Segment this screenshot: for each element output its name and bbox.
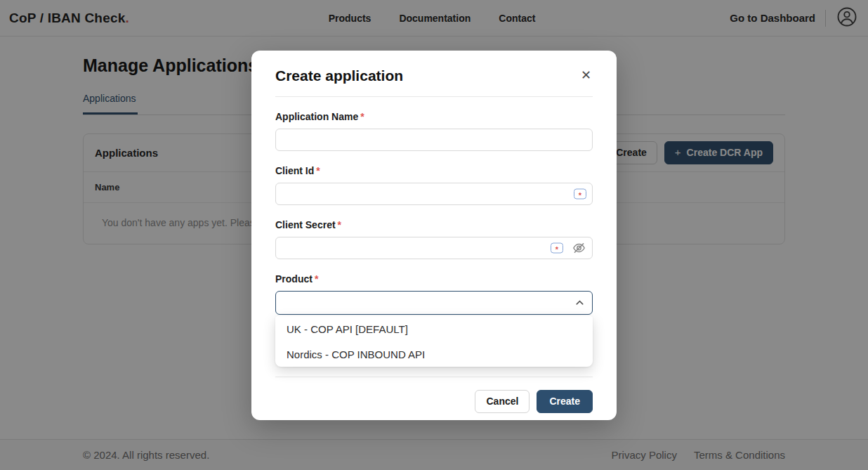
client-secret-label: Client Secret*: [275, 219, 341, 230]
product-label: Product*: [275, 273, 318, 285]
product-options-listbox: UK - COP API [DEFAULT] Nordics - COP INB…: [275, 316, 593, 367]
modal-footer-divider: [275, 377, 593, 377]
modal-title-divider: [275, 96, 593, 97]
product-select[interactable]: [275, 291, 593, 315]
client-secret-field-group: Client Secret* *: [275, 218, 593, 259]
label-text: Application Name: [275, 111, 358, 122]
client-id-field-group: Client Id* *: [275, 164, 593, 205]
required-asterisk: *: [338, 219, 341, 230]
required-asterisk: *: [316, 165, 320, 176]
close-icon[interactable]: ✕: [579, 67, 593, 83]
chevron-up-icon[interactable]: [574, 298, 585, 308]
product-option-nordics-cop-inbound-api[interactable]: Nordics - COP INBOUND API: [275, 341, 593, 367]
label-text: Client Secret: [275, 219, 336, 230]
application-name-input[interactable]: [275, 129, 593, 151]
required-asterisk: *: [315, 273, 318, 285]
modal-create-button[interactable]: Create: [537, 390, 593, 413]
create-application-modal: Create application ✕ Application Name* C…: [251, 51, 617, 420]
client-secret-input[interactable]: [275, 237, 593, 259]
modal-title: Create application: [275, 67, 403, 84]
required-asterisk: *: [360, 111, 364, 122]
eye-off-icon[interactable]: [572, 241, 586, 256]
autofill-extension-icon[interactable]: *: [574, 189, 586, 200]
autofill-extension-icon[interactable]: *: [551, 243, 563, 254]
modal-footer: Cancel Create: [275, 390, 593, 413]
cancel-button[interactable]: Cancel: [475, 390, 530, 413]
client-id-label: Client Id*: [275, 165, 320, 176]
application-name-field-group: Application Name*: [275, 110, 593, 151]
label-text: Client Id: [275, 165, 314, 176]
product-option-uk-cop-api[interactable]: UK - COP API [DEFAULT]: [275, 316, 593, 341]
label-text: Product: [275, 273, 313, 285]
client-id-input[interactable]: [275, 183, 593, 205]
modal-header: Create application ✕: [275, 67, 593, 84]
application-name-label: Application Name*: [275, 111, 364, 122]
product-field-group: Product* UK - COP API [DEFAULT] Nordics …: [275, 273, 593, 315]
